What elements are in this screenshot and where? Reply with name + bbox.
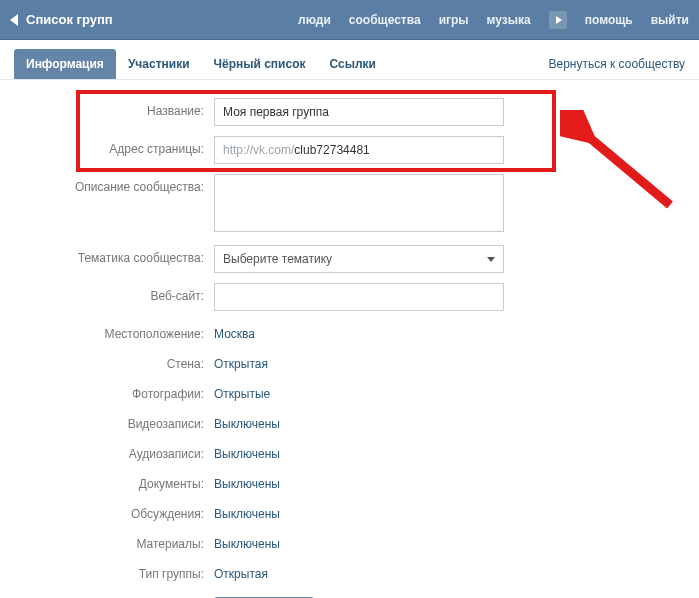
tab-links[interactable]: Ссылки [318,49,388,79]
videos-label: Видеозаписи: [24,411,214,431]
tab-information[interactable]: Информация [14,49,116,79]
nav-logout[interactable]: выйти [651,13,689,27]
play-icon[interactable] [549,11,567,29]
topbar-nav: люди сообщества игры музыка помощь выйти [298,11,689,29]
tab-members[interactable]: Участники [116,49,202,79]
back-to-groups[interactable]: Список групп [10,12,113,27]
nav-people[interactable]: люди [298,13,331,27]
topbar: Список групп люди сообщества игры музыка… [0,0,699,40]
nav-music[interactable]: музыка [487,13,531,27]
chevron-down-icon [487,257,495,262]
description-textarea[interactable] [214,174,504,232]
discussions-label: Обсуждения: [24,501,214,521]
topic-select[interactable]: Выберите тематику [214,245,504,273]
name-input[interactable] [214,98,504,126]
nav-communities[interactable]: сообщества [349,13,421,27]
address-prefix: http://vk.com/ [223,143,294,157]
discussions-value[interactable]: Выключены [214,501,280,521]
location-value[interactable]: Москва [214,321,255,341]
return-to-community-link[interactable]: Вернуться к сообществу [548,57,685,71]
audios-label: Аудиозаписи: [24,441,214,461]
name-label: Название: [24,98,214,118]
topic-select-text: Выберите тематику [223,252,332,266]
description-label: Описание сообщества: [24,174,214,194]
topic-label: Тематика сообщества: [24,245,214,265]
audios-value[interactable]: Выключены [214,441,280,461]
docs-label: Документы: [24,471,214,491]
group-type-label: Тип группы: [24,561,214,581]
location-label: Местоположение: [24,321,214,341]
materials-value[interactable]: Выключены [214,531,280,551]
wall-label: Стена: [24,351,214,371]
tab-blacklist[interactable]: Чёрный список [202,49,318,79]
photos-value[interactable]: Открытые [214,381,270,401]
docs-value[interactable]: Выключены [214,471,280,491]
address-input[interactable]: http://vk.com/club72734481 [214,136,504,164]
topbar-title: Список групп [26,12,113,27]
group-type-value[interactable]: Открытая [214,561,268,581]
address-value: club72734481 [294,143,369,157]
settings-form: Название: Адрес страницы: http://vk.com/… [0,80,699,598]
website-input[interactable] [214,283,504,311]
website-label: Веб-сайт: [24,283,214,303]
nav-games[interactable]: игры [439,13,469,27]
tabs-row: Информация Участники Чёрный список Ссылк… [0,40,699,80]
nav-help[interactable]: помощь [585,13,633,27]
photos-label: Фотографии: [24,381,214,401]
videos-value[interactable]: Выключены [214,411,280,431]
materials-label: Материалы: [24,531,214,551]
address-label: Адрес страницы: [24,136,214,156]
back-icon [10,14,18,26]
wall-value[interactable]: Открытая [214,351,268,371]
